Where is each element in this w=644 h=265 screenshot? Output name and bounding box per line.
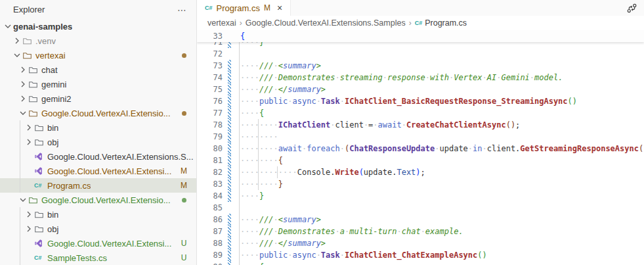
git-modified-gutter [228,143,231,155]
code-line[interactable]: 33{ [197,30,644,42]
breadcrumb: vertexai›Google.Cloud.VertexAI.Extension… [197,16,644,30]
sticky-scroll-line[interactable]: 33{ [197,30,644,42]
tree-item[interactable]: obj [0,135,196,149]
git-modified-gutter [228,107,231,119]
git-modified-gutter [228,131,231,143]
tree-item[interactable]: gemini2 [0,91,196,106]
tree-item[interactable]: bin [0,120,196,135]
code-line[interactable]: 88····///·</summary> [197,237,644,249]
chevron-right-icon[interactable] [24,137,34,147]
tree-item-label: chat [41,65,58,75]
line-number: 85 [197,202,226,214]
tree-item-label: Google.Cloud.VertexAI.Extensions.S... [47,152,194,162]
tree-item[interactable]: Google.Cloud.VertexAI.Extensions.S... [0,149,196,164]
code-line[interactable]: 86····///·<summary> [197,214,644,226]
tree-item[interactable]: gemini [0,77,196,91]
tree-item-label: .venv [35,36,56,46]
code-text: ····} [240,190,264,202]
tree-item[interactable]: Google.Cloud.VertexAI.Extensio... [0,106,196,120]
chevron-right-icon[interactable] [18,93,28,104]
close-tab-icon[interactable]: × [277,3,282,12]
folder-icon [34,137,47,147]
chevron-right-icon[interactable] [18,64,28,75]
code-line[interactable]: 81········{ [197,155,644,166]
tree-item[interactable]: Google.Cloud.VertexAI.Extensio... [0,193,196,207]
code-line[interactable]: 74····///·Demonstrates·streaming·respons… [197,72,644,84]
code-line[interactable]: 87····///·Demonstrates·a·multi-turn·chat… [197,226,644,237]
tab-program-cs[interactable]: C# Program.cs M × [197,0,291,16]
code-text: ····///·</summary> [240,84,326,95]
explorer-sidebar: Explorer ⋯ genai-samples.venvvertexaicha… [0,0,197,265]
git-modified-gutter [228,95,231,107]
chevron-right-icon[interactable] [18,79,28,89]
code-line[interactable]: 85 [197,202,644,214]
breadcrumb-item[interactable]: C#Program.cs [415,18,467,28]
tree-indent-guide [20,207,20,265]
tree-item[interactable]: C#SampleTests.csU [0,251,196,265]
code-line[interactable]: 90····{ [197,261,644,265]
tree-item[interactable]: vertexai [0,48,196,62]
chevron-right-icon[interactable] [24,122,34,133]
csharp-file-icon: C# [34,180,47,191]
breadcrumb-separator-icon: › [240,18,242,28]
code-line[interactable]: 72 [197,48,644,60]
tree-item-label: Program.cs [47,181,91,191]
file-tree: genai-samples.venvvertexaichatgeminigemi… [0,19,196,265]
tree-item-label: Google.Cloud.VertexAI.Extensi... [47,239,171,249]
git-dot-badge [180,108,188,118]
line-number: 83 [197,178,226,190]
tree-item-label: vertexai [35,51,66,60]
code-text: ············Console.Write(update.Text); [240,166,425,178]
tree-item-label: Google.Cloud.VertexAI.Extensio... [41,195,171,205]
tree-item-label: bin [47,210,58,220]
editor-actions [626,3,637,16]
tree-item[interactable]: bin [0,207,196,222]
chevron-down-icon[interactable] [18,108,28,118]
breadcrumb-item[interactable]: vertexai [207,18,236,28]
editor-pane: C# Program.cs M × vertexai› [197,0,644,265]
code-text: { [240,30,245,42]
csproj-file-icon [34,166,47,176]
chevron-down-icon[interactable] [18,195,28,205]
tree-item[interactable]: Google.Cloud.VertexAI.Extensi...M [0,164,196,178]
code-line[interactable]: 78········IChatClient·client·=·await·Cre… [197,119,644,131]
code-line[interactable]: 76····public·async·Task·IChatClient_Basi… [197,95,644,107]
line-number: 81 [197,155,226,166]
tab-bar: C# Program.cs M × [197,0,644,16]
tab-modified-badge: M [264,3,270,12]
git-modified-gutter [228,166,231,178]
code-line[interactable]: 83········} [197,178,644,190]
folder-icon [28,108,41,118]
tree-item-label: bin [47,123,58,133]
code-text: ····///·Demonstrates·streaming·response·… [240,72,563,84]
code-text: ····public·async·Task·IChatClient_BasicR… [240,95,577,107]
code-line[interactable]: 79········ [197,131,644,143]
chevron-right-icon[interactable] [12,36,22,46]
code-line[interactable]: 73····///·<summary> [197,60,644,72]
tree-item[interactable]: C#Program.csM [0,178,196,193]
chevron-down-icon[interactable] [12,50,22,60]
code-line[interactable]: 89····public·async·Task·IChatClient_Chat… [197,249,644,261]
code-line[interactable]: 80········await·foreach·(ChatResponseUpd… [197,143,644,155]
chevron-right-icon[interactable] [24,224,34,234]
tree-item[interactable]: chat [0,62,196,77]
chevron-down-icon[interactable] [3,21,13,32]
code-text: ····///·<summary> [240,60,321,72]
open-changes-icon[interactable] [626,3,637,16]
more-actions-icon[interactable]: ⋯ [177,5,187,14]
code-text: ····{ [240,261,264,265]
code-line[interactable]: 75····///·</summary> [197,84,644,95]
line-number: 79 [197,131,226,143]
folder-icon [28,195,41,205]
breadcrumb-item[interactable]: Google.Cloud.VertexAI.Extensions.Samples [246,18,406,28]
code-line[interactable]: 84····} [197,190,644,202]
tree-item[interactable]: obj [0,222,196,236]
indent-guide [239,42,240,265]
code-line[interactable]: 82············Console.Write(update.Text)… [197,166,644,178]
chevron-right-icon[interactable] [24,209,34,220]
tree-item[interactable]: .venv [0,34,196,48]
code-editor[interactable]: 71····}7273····///·<summary>74····///·De… [197,30,644,265]
tree-item[interactable]: Google.Cloud.VertexAI.Extensi...U [0,236,196,251]
tree-item[interactable]: genai-samples [0,19,196,34]
code-line[interactable]: 77····{ [197,107,644,119]
